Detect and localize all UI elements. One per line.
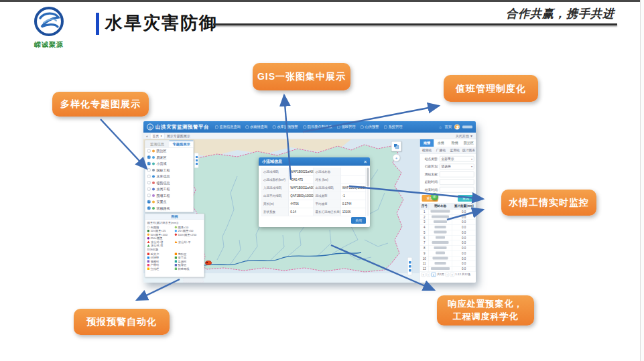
form-select[interactable]: 请选择▾ <box>440 164 474 170</box>
table-row[interactable]: 10.0 <box>420 209 476 214</box>
table-row[interactable]: 100.0 <box>420 256 476 261</box>
layer-item[interactable]: 防治区 <box>145 148 194 155</box>
station-tab-险情[interactable]: 险情 <box>448 139 462 147</box>
collapsed-toolbar[interactable] <box>407 257 412 275</box>
table-row[interactable]: 50.0 <box>420 230 476 235</box>
home-star-icon[interactable]: ☆ <box>439 125 442 129</box>
layer-icon <box>152 175 155 177</box>
station-tab-统计图表[interactable]: 统计图表 <box>462 147 476 154</box>
app-menu-item[interactable]: 监测信息查询 <box>215 125 241 129</box>
table-row[interactable]: 90.0 <box>420 250 476 256</box>
panel-collapse-handle[interactable] <box>194 153 199 168</box>
form-input[interactable] <box>440 179 474 186</box>
station-tab-广播站[interactable]: 广播站 <box>434 147 448 154</box>
table-row[interactable]: 40.0 <box>420 225 476 230</box>
table-cell <box>429 246 452 251</box>
dialog-close-icon[interactable]: × <box>364 159 367 164</box>
layer-item[interactable]: 围堰工程 <box>145 192 194 199</box>
layers-tab-1[interactable]: 专题图展示 <box>170 141 194 148</box>
query-button[interactable]: 查询 <box>458 195 474 202</box>
layer-item[interactable]: 水闸工程 <box>145 186 194 193</box>
table-header: 测站名称 <box>429 203 452 209</box>
callout-gis-label: GIS一张图集中展示 <box>257 70 346 83</box>
layer-item[interactable]: 易发区 <box>145 154 194 161</box>
legend-swatch <box>147 257 150 259</box>
dialog-scrollbar[interactable] <box>367 168 369 216</box>
menu-item-icon <box>273 125 276 129</box>
back-icon[interactable]: « <box>146 134 148 138</box>
station-name-redacted <box>435 226 446 228</box>
layer-checkbox[interactable] <box>147 162 151 165</box>
layer-item[interactable]: 堤防信息 <box>145 179 194 186</box>
form-input[interactable] <box>440 171 474 177</box>
layer-item[interactable]: 转移路线 <box>145 205 194 212</box>
layer-checkbox[interactable] <box>147 194 151 198</box>
station-tab-雨情[interactable]: 雨情 <box>420 139 434 147</box>
dialog-row: 出流平均编码QAF1B00y1000000流域类型-1 <box>261 192 366 200</box>
table-row[interactable]: 30.0 <box>420 220 476 225</box>
layer-item[interactable]: 水库信息 <box>145 173 194 180</box>
legend-swatch <box>175 253 178 256</box>
callout-response-line1: 响应处置预案化， <box>448 298 523 311</box>
dialog-field-value <box>340 176 365 184</box>
station-tab-视频站[interactable]: 视频站 <box>420 147 434 154</box>
pagination-first[interactable]: « <box>422 273 426 277</box>
form-input[interactable] <box>440 187 474 193</box>
legend-grid: 无雨情雨量<1010<雨量<2525<雨量<5050<雨量<100100<雨量<… <box>147 226 202 240</box>
dialog-close-button[interactable]: 关闭 <box>351 217 366 224</box>
floating-service-button[interactable]: ✆ <box>431 193 438 200</box>
layer-checkbox[interactable] <box>147 182 151 185</box>
table-row[interactable]: 110.0 <box>420 261 476 267</box>
legend-swatch <box>175 268 178 271</box>
station-tab-防治区[interactable]: 防治区 <box>462 139 476 147</box>
app-menu-item[interactable]: 山洪预警 <box>361 125 379 129</box>
home-link[interactable]: 首页 <box>445 125 452 129</box>
app-menu-item[interactable]: 水库监测预警 <box>273 125 298 129</box>
breadcrumb: 展示专题图展示 <box>167 133 190 138</box>
pagination-last[interactable]: » <box>450 273 454 277</box>
table-row[interactable]: 80.0 <box>420 246 476 251</box>
app-menu-item[interactable]: 系统管理 <box>384 125 403 129</box>
callout-response-plan: 响应处置预案化， 工程调度科学化 <box>437 295 534 326</box>
table-row[interactable]: 70.0 <box>420 240 476 246</box>
layers-tab-0[interactable]: 监测信息 <box>145 141 170 148</box>
station-tabs-row2: 视频站广播站监测站统计图表 <box>420 147 476 155</box>
layer-checkbox[interactable] <box>147 149 151 153</box>
pagination-current-page[interactable]: 1 <box>431 273 436 277</box>
tab-close-icon[interactable]: × <box>160 134 162 138</box>
app-menu-item[interactable]: 值班管理 <box>337 125 356 129</box>
open-tab[interactable]: 首页 × <box>150 133 165 139</box>
locate-button[interactable]: ⌖ <box>393 154 400 161</box>
pagination-prev[interactable]: ‹ <box>426 273 430 277</box>
app-menu-item[interactable]: 防汛责任制体系 <box>303 125 332 129</box>
station-name-redacted <box>431 267 450 270</box>
callout-thematic-label: 多样化专题图展示 <box>60 97 141 111</box>
app-menu-item[interactable]: 水雨情查询 <box>246 125 268 129</box>
table-row[interactable]: 20.0 <box>420 214 476 220</box>
map-area: 监测信息专题图展示 防治区易发区小流域国标工程水库信息堤防信息水闸工程围堰工程安… <box>143 139 476 283</box>
layer-checkbox[interactable] <box>147 169 151 172</box>
station-tabs-row1: 雨情水情险情防治区 <box>420 139 476 147</box>
station-tab-水情[interactable]: 水情 <box>434 139 448 147</box>
pagination-next[interactable]: › <box>446 273 449 277</box>
callout-forecast-warning: 预报预警自动化 <box>74 309 170 335</box>
table-cell <box>429 230 452 235</box>
table-cell: 0.0 <box>452 220 476 225</box>
table-row[interactable]: 120.0 <box>420 267 476 272</box>
layer-item[interactable]: 安置点 <box>145 199 194 206</box>
close-others-dropdown[interactable]: 关闭其他 ▼ <box>456 133 473 138</box>
layer-checkbox[interactable] <box>147 175 151 178</box>
form-select[interactable]: 全部显示▾ <box>440 156 474 162</box>
layer-checkbox[interactable] <box>147 156 151 159</box>
layer-checkbox[interactable] <box>147 188 151 191</box>
layer-item[interactable]: 小流域 <box>145 161 194 167</box>
layer-item[interactable]: 国标工程 <box>145 167 194 173</box>
station-tab-监测站[interactable]: 监测站 <box>448 147 462 154</box>
layer-checkbox[interactable] <box>147 207 151 210</box>
table-row[interactable]: 60.0 <box>420 235 476 240</box>
layer-checkbox[interactable] <box>147 200 151 204</box>
basemap-switch-button[interactable] <box>391 141 401 151</box>
table-cell: 0.0 <box>452 267 476 272</box>
dialog-field-label: 周长(m) <box>262 200 289 208</box>
avatar[interactable] <box>454 125 460 130</box>
